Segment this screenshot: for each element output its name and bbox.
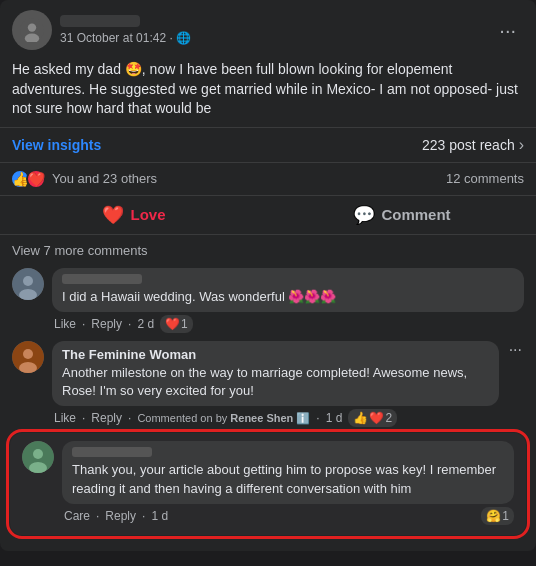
list-item: The Feminine Woman Another milestone on …: [8, 339, 528, 429]
comments-section: I did a Hawaii wedding. Was wonderful 🌺🌺…: [0, 266, 536, 535]
like-action[interactable]: Like: [54, 411, 76, 425]
reaction-text: You and 23 others: [52, 171, 157, 186]
reaction-count: 2: [385, 411, 392, 425]
author-name-placeholder: [60, 15, 140, 27]
separator: ·: [142, 509, 145, 523]
post-author-info: 31 October at 01:42 · 🌐: [60, 15, 191, 45]
post-header-left: 31 October at 01:42 · 🌐: [12, 10, 191, 50]
avatar: [12, 341, 44, 373]
avatar: [12, 268, 44, 300]
highlighted-comment: Thank you, your article about getting hi…: [10, 433, 526, 534]
comment-label: Comment: [381, 206, 450, 223]
separator: ·: [96, 509, 99, 523]
comment-meta: Like · Reply · Commented on by Renee She…: [52, 409, 499, 427]
post-reach-text: 223 post reach: [422, 137, 515, 153]
chevron-right-icon: ›: [519, 136, 524, 154]
reaction-count: 1: [181, 317, 188, 331]
comment-reaction-badge: ❤️ 1: [160, 315, 193, 333]
comment-content: I did a Hawaii wedding. Was wonderful 🌺🌺…: [52, 268, 524, 333]
reply-action[interactable]: Reply: [91, 317, 122, 331]
comment-time: 2 d: [137, 317, 154, 331]
post-timestamp: 31 October at 01:42 · 🌐: [60, 31, 191, 45]
reply-action[interactable]: Reply: [91, 411, 122, 425]
comment-content: Thank you, your article about getting hi…: [62, 441, 514, 524]
comments-count: 12 comments: [446, 171, 524, 186]
comment-icon: 💬: [353, 204, 375, 226]
love-button[interactable]: ❤️ Love: [0, 196, 268, 234]
avatar: [12, 10, 52, 50]
comment-reaction-badge: 👍 ❤️ 2: [348, 409, 397, 427]
post-card: 31 October at 01:42 · 🌐 ··· He asked my …: [0, 0, 536, 551]
separator: ·: [128, 317, 131, 331]
separator: ·: [128, 411, 131, 425]
like-action[interactable]: Like: [54, 317, 76, 331]
reaction-count: 1: [502, 509, 509, 523]
comment-time: 1 d: [326, 411, 343, 425]
comment-time: 1 d: [151, 509, 168, 523]
comment-content: The Feminine Woman Another milestone on …: [52, 341, 499, 427]
svg-point-1: [28, 23, 36, 31]
care-reaction-emoji: 🤗: [486, 509, 501, 523]
commenter-name-placeholder: [62, 274, 142, 284]
comment-bubble: The Feminine Woman Another milestone on …: [52, 341, 499, 406]
svg-point-4: [23, 276, 33, 286]
comment-meta: Care · Reply · 1 d 🤗 1: [62, 507, 514, 525]
love-label: Love: [130, 206, 165, 223]
svg-point-7: [23, 349, 33, 359]
more-options-icon[interactable]: ···: [491, 15, 524, 46]
comment-bubble: I did a Hawaii wedding. Was wonderful 🌺🌺…: [52, 268, 524, 312]
reaction-left: 👍 ❤️ You and 23 others: [12, 169, 157, 189]
svg-point-10: [33, 449, 43, 459]
separator: ·: [82, 411, 85, 425]
commented-by: Commented on by Renee Shen ℹ️: [137, 412, 310, 425]
love-emoji: ❤️: [26, 169, 46, 189]
view-insights-link[interactable]: View insights: [12, 137, 101, 153]
action-buttons: ❤️ Love 💬 Comment: [0, 195, 536, 235]
reactions-row: 👍 ❤️ You and 23 others 12 comments: [0, 162, 536, 195]
view-more-comments[interactable]: View 7 more comments: [0, 235, 536, 266]
comment-text: I did a Hawaii wedding. Was wonderful 🌺🌺…: [62, 289, 336, 304]
comment-bubble: Thank you, your article about getting hi…: [62, 441, 514, 503]
love-reaction-emoji: ❤️: [369, 411, 384, 425]
post-text: He asked my dad 🤩, now I have been full …: [0, 56, 536, 127]
comment-meta: Like · Reply · 2 d ❤️ 1: [52, 315, 524, 333]
reply-action[interactable]: Reply: [105, 509, 136, 523]
comment-button[interactable]: 💬 Comment: [268, 196, 536, 234]
more-options-icon[interactable]: ···: [507, 341, 524, 359]
highlighted-comment-container: Thank you, your article about getting hi…: [10, 433, 526, 534]
love-icon: ❤️: [102, 204, 124, 226]
like-reaction-emoji: 👍: [353, 411, 368, 425]
comment-text: Thank you, your article about getting hi…: [72, 462, 496, 495]
post-header: 31 October at 01:42 · 🌐 ···: [0, 0, 536, 56]
commenter-name-placeholder: [72, 447, 152, 457]
reaction-icons: 👍 ❤️: [12, 169, 46, 189]
list-item: I did a Hawaii wedding. Was wonderful 🌺🌺…: [8, 266, 528, 335]
list-item: Thank you, your article about getting hi…: [18, 439, 518, 526]
comment-reaction-badge: 🤗 1: [481, 507, 514, 525]
comment-text: Another milestone on the way to marriage…: [62, 365, 467, 398]
love-reaction-emoji: ❤️: [165, 317, 180, 331]
avatar: [22, 441, 54, 473]
separator: ·: [316, 411, 319, 425]
post-bottom-space: [0, 543, 536, 551]
care-action[interactable]: Care: [64, 509, 90, 523]
separator: ·: [82, 317, 85, 331]
insights-row: View insights 223 post reach ›: [0, 127, 536, 162]
commenter-name: The Feminine Woman: [62, 347, 489, 362]
post-reach: 223 post reach ›: [422, 136, 524, 154]
